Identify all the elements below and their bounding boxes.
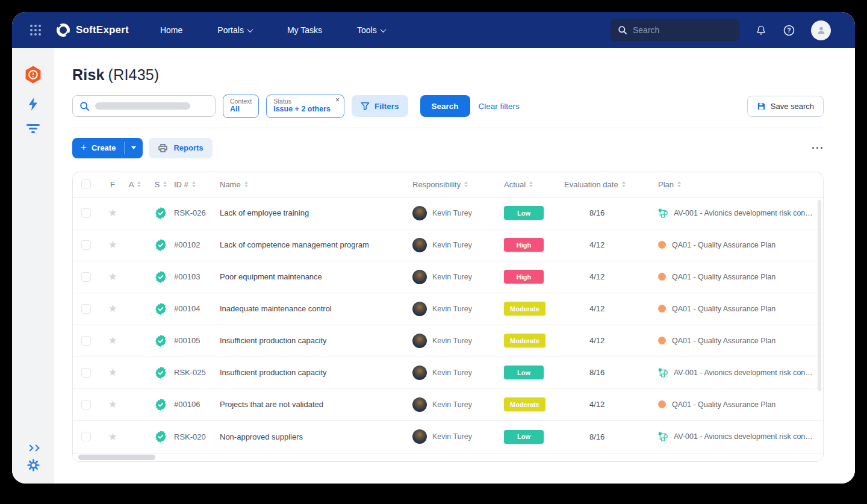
page-title: Risk(RI435)	[72, 66, 824, 84]
favorite-star-icon[interactable]: ★	[108, 272, 117, 282]
favorite-star-icon[interactable]: ★	[108, 399, 117, 409]
favorite-star-icon[interactable]: ★	[108, 208, 117, 218]
sidebar-item-risk-module[interactable]	[23, 65, 43, 84]
actual-risk-badge: High	[504, 270, 544, 284]
row-checkbox[interactable]	[81, 208, 91, 218]
table-row[interactable]: ★ #00105 Insufficient production capacit…	[73, 325, 823, 357]
favorite-star-icon[interactable]: ★	[108, 335, 117, 346]
help-button[interactable]: ?	[783, 24, 795, 37]
table-row[interactable]: ★ #00103 Poor equipment maintenance Kevi…	[73, 261, 823, 293]
filters-button[interactable]: Filters	[352, 95, 408, 117]
risk-name[interactable]: Poor equipment maintenance	[220, 272, 322, 281]
sort-icon[interactable]	[529, 181, 533, 187]
responsible-avatar	[412, 397, 427, 412]
table-row[interactable]: ★ #00104 Inadequate maintenance control …	[73, 293, 823, 325]
row-checkbox[interactable]	[81, 368, 91, 378]
notifications-button[interactable]	[755, 24, 767, 36]
sort-icon[interactable]	[622, 181, 626, 187]
select-all-checkbox[interactable]	[81, 179, 91, 189]
nav-item-portals[interactable]: Portals	[217, 25, 252, 35]
sort-icon[interactable]	[244, 181, 248, 187]
vertical-scrollbar[interactable]	[818, 200, 821, 391]
plan-name[interactable]: QA01 - Quality Assurance Plan	[672, 337, 775, 345]
table-row[interactable]: ★ RSK-025 Insufficient production capaci…	[73, 357, 823, 389]
plus-icon: +	[81, 142, 87, 154]
app-grid-icon[interactable]	[30, 25, 41, 36]
sort-icon[interactable]	[677, 181, 681, 187]
column-header-s[interactable]: S	[148, 180, 174, 189]
plan-name[interactable]: QA01 - Quality Assurance Plan	[672, 241, 775, 249]
create-dropdown-button[interactable]	[125, 138, 143, 158]
search-input[interactable]	[72, 95, 216, 117]
nav-item-my-tasks[interactable]: My Tasks	[287, 25, 322, 35]
plan-name[interactable]: QA01 - Quality Assurance Plan	[672, 273, 775, 281]
search-input-redacted-text	[95, 102, 190, 110]
responsible-avatar	[412, 206, 427, 220]
search-button[interactable]: Search	[420, 95, 470, 117]
table-row[interactable]: ★ #00102 Lack of competence management p…	[73, 229, 823, 261]
row-checkbox[interactable]	[81, 272, 91, 282]
row-checkbox[interactable]	[81, 400, 91, 409]
favorite-star-icon[interactable]: ★	[108, 303, 117, 314]
row-checkbox[interactable]	[81, 240, 91, 250]
table-row[interactable]: ★ RSK-026 Lack of employee training Kevi…	[73, 198, 823, 229]
sidebar-settings-button[interactable]	[27, 459, 40, 471]
favorite-star-icon[interactable]: ★	[108, 240, 117, 250]
row-checkbox[interactable]	[81, 304, 91, 314]
close-icon[interactable]: ×	[335, 96, 340, 104]
risk-name[interactable]: Non-approved suppliers	[220, 432, 303, 441]
plan-name[interactable]: AV-001 - Avionics development risk contr…	[674, 209, 815, 217]
column-header-a[interactable]: A	[122, 180, 148, 189]
risk-id: #00105	[174, 336, 200, 345]
table-row[interactable]: ★ #00106 Projects that are not validated…	[73, 389, 823, 421]
risk-name[interactable]: Lack of competence management program	[220, 240, 369, 249]
table-row[interactable]: ★ RSK-020 Non-approved suppliers Kevin T…	[73, 421, 823, 453]
status-filter-chip[interactable]: Status Issue + 2 others ×	[266, 95, 344, 118]
plan-name[interactable]: AV-001 - Avionics development risk contr…	[674, 432, 815, 441]
sort-icon[interactable]	[163, 181, 167, 187]
reports-button[interactable]: Reports	[149, 138, 212, 158]
column-header-id[interactable]: ID #	[174, 180, 220, 189]
favorite-star-icon[interactable]: ★	[108, 367, 117, 378]
column-header-date[interactable]: Evaluation date	[564, 180, 658, 189]
plan-name[interactable]: QA01 - Quality Assurance Plan	[672, 400, 775, 409]
clear-filters-link[interactable]: Clear filters	[479, 102, 520, 111]
sidebar-expand-button[interactable]	[28, 446, 39, 450]
risk-name[interactable]: Insufficient production capacity	[220, 368, 327, 377]
row-checkbox[interactable]	[81, 336, 91, 346]
column-header-resp[interactable]: Responsibility	[412, 180, 504, 189]
nav-item-home[interactable]: Home	[160, 25, 182, 35]
status-approved-seal-icon	[154, 366, 167, 379]
user-avatar-button[interactable]	[811, 20, 831, 40]
horizontal-scrollbar-track[interactable]	[73, 453, 823, 461]
nav-item-tools[interactable]: Tools	[357, 25, 385, 35]
risk-name[interactable]: Inadequate maintenance control	[220, 304, 332, 313]
column-header-name[interactable]: Name	[220, 180, 412, 189]
risk-name[interactable]: Insufficient production capacity	[220, 336, 327, 345]
actual-risk-badge: Moderate	[504, 397, 545, 411]
create-button[interactable]: + Create	[72, 138, 143, 158]
column-header-plan[interactable]: Plan	[658, 180, 815, 189]
column-label: Actual	[504, 180, 526, 189]
plan-name[interactable]: QA01 - Quality Assurance Plan	[672, 305, 775, 313]
column-header-actual[interactable]: Actual	[504, 180, 564, 189]
responsible-avatar	[412, 238, 427, 252]
global-search-input[interactable]: Search	[611, 19, 739, 41]
brand-logo[interactable]: SoftExpert	[55, 22, 129, 38]
risk-name[interactable]: Projects that are not validated	[220, 400, 323, 409]
sort-icon[interactable]	[464, 181, 468, 187]
risk-name[interactable]: Lack of employee training	[220, 208, 309, 217]
sidebar-item-quick-actions[interactable]	[28, 98, 39, 111]
more-options-button[interactable]	[811, 143, 824, 153]
horizontal-scrollbar-thumb[interactable]	[78, 455, 155, 460]
context-filter-chip[interactable]: Context All	[223, 95, 259, 118]
favorite-star-icon[interactable]: ★	[108, 432, 117, 442]
save-search-button[interactable]: Save search	[747, 96, 824, 117]
sort-icon[interactable]	[137, 181, 141, 187]
evaluation-date: 8/16	[564, 208, 604, 217]
plan-name[interactable]: AV-001 - Avionics development risk contr…	[674, 369, 815, 377]
sidebar-item-filters[interactable]	[26, 124, 40, 133]
chevron-down-icon	[247, 26, 253, 33]
sort-icon[interactable]	[192, 181, 196, 187]
row-checkbox[interactable]	[81, 432, 91, 441]
